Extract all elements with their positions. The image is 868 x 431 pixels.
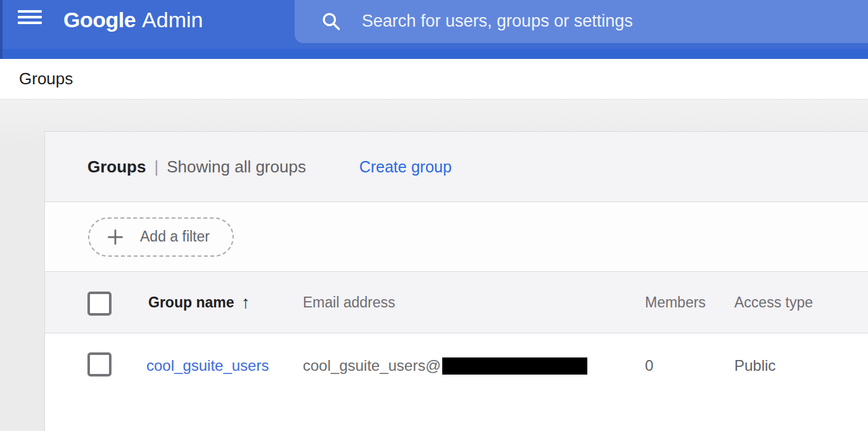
- create-group-button[interactable]: Create group: [359, 158, 452, 176]
- access-type-value: Public: [734, 357, 775, 375]
- logo-admin-text: Admin: [142, 8, 203, 32]
- page-title: Groups: [87, 157, 146, 177]
- app-bar: Google Admin Search for users, groups or…: [0, 0, 868, 59]
- select-all-checkbox[interactable]: [87, 292, 112, 316]
- members-count: 0: [645, 357, 653, 375]
- column-header-group-name[interactable]: Group name: [148, 294, 234, 311]
- row-checkbox[interactable]: [87, 352, 112, 376]
- title-separator: |: [154, 157, 158, 177]
- page-subtitle: Showing all groups: [167, 157, 306, 177]
- app-bar-bottom-band: [0, 49, 868, 59]
- group-email-text: cool_gsuite_users@: [303, 357, 441, 375]
- logo-google-text: Google: [63, 8, 136, 32]
- search-input[interactable]: Search for users, groups or settings: [295, 0, 868, 43]
- hamburger-bar: [18, 22, 42, 24]
- plus-icon: [106, 228, 125, 247]
- column-header-members: Members: [645, 294, 706, 311]
- table-row: cool_gsuite_users cool_gsuite_users@ 0 P…: [45, 333, 868, 430]
- breadcrumb-groups-label: Groups: [19, 69, 73, 89]
- hamburger-bar: [18, 10, 42, 13]
- breadcrumb: Groups: [0, 59, 868, 100]
- column-header-email: Email address: [303, 294, 395, 311]
- group-name-link[interactable]: cool_gsuite_users: [146, 357, 269, 375]
- hamburger-bar: [18, 16, 42, 18]
- card-title-section: Groups | Showing all groups Create group: [45, 132, 868, 202]
- google-admin-logo[interactable]: Google Admin: [63, 0, 203, 39]
- main-content: Groups | Showing all groups Create group…: [0, 100, 868, 431]
- add-filter-button[interactable]: Add a filter: [88, 217, 234, 257]
- table-header-row: Group name ↑ Email address Members Acces…: [45, 272, 868, 333]
- add-filter-label: Add a filter: [140, 228, 210, 245]
- search-placeholder-text: Search for users, groups or settings: [362, 11, 633, 31]
- search-icon: [320, 10, 341, 32]
- redacted-email-domain: [442, 357, 587, 375]
- hamburger-menu-icon[interactable]: [18, 10, 42, 24]
- groups-card: Groups | Showing all groups Create group…: [44, 131, 868, 431]
- column-header-access-type: Access type: [734, 294, 813, 311]
- app-bar-left-edge: [0, 0, 3, 59]
- filter-section: Add a filter: [45, 202, 868, 272]
- sort-ascending-icon[interactable]: ↑: [241, 293, 250, 312]
